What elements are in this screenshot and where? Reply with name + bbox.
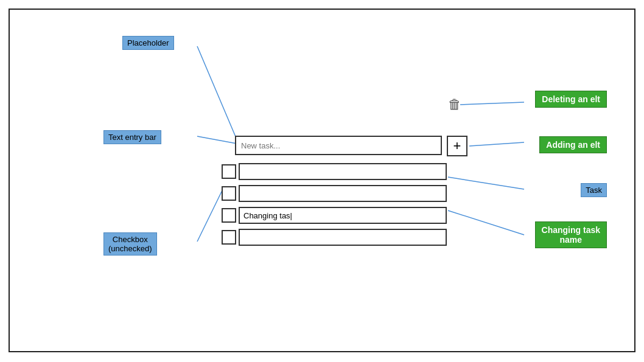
svg-line-4 [448, 177, 524, 189]
task-list [222, 161, 447, 249]
svg-line-0 [197, 46, 238, 142]
placeholder-label: Placeholder [122, 36, 174, 50]
table-row [222, 183, 447, 204]
checkbox-unchecked-label: Checkbox (unchecked) [103, 232, 157, 256]
svg-line-1 [197, 136, 237, 144]
svg-line-5 [448, 211, 524, 235]
trash-icon[interactable]: 🗑 [448, 97, 461, 113]
task-input-2[interactable] [239, 185, 447, 202]
svg-line-3 [469, 142, 524, 146]
deleting-an-elt-label: Deleting an elt [535, 91, 607, 108]
table-row [222, 227, 447, 248]
task-input-3[interactable] [239, 207, 447, 224]
table-row [222, 161, 447, 182]
task-checkbox-2[interactable] [222, 186, 236, 201]
task-input-1[interactable] [239, 163, 447, 180]
task-checkbox-3[interactable] [222, 208, 236, 223]
task-label: Task [581, 183, 607, 197]
text-entry-bar-label: Text entry bar [103, 130, 161, 144]
add-task-button[interactable]: + [447, 136, 467, 156]
diagram-canvas: Placeholder Text entry bar Deleting an e… [9, 9, 635, 352]
task-checkbox-4[interactable] [222, 230, 236, 245]
task-checkbox-1[interactable] [222, 164, 236, 179]
new-task-input[interactable] [235, 136, 442, 155]
adding-an-elt-label: Adding an elt [539, 136, 607, 153]
svg-line-2 [460, 102, 524, 105]
task-input-4[interactable] [239, 229, 447, 246]
svg-line-6 [197, 189, 223, 242]
table-row [222, 205, 447, 226]
changing-task-name-label: Changing task name [535, 221, 607, 248]
